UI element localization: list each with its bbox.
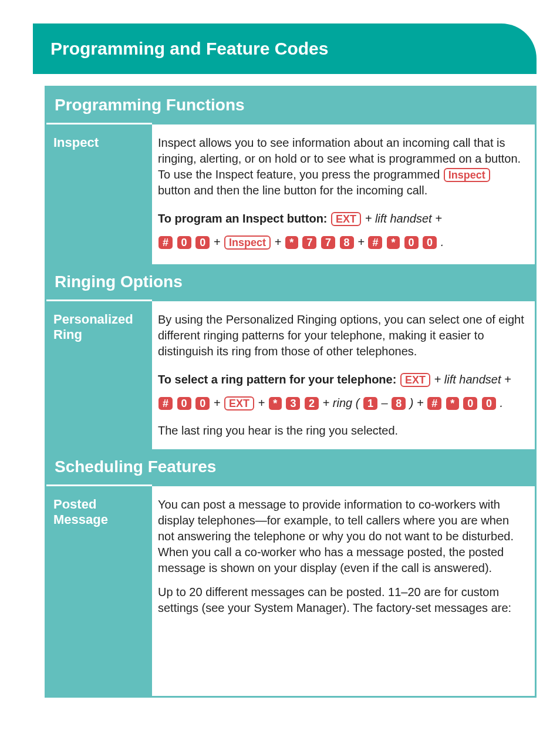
key-hash: # xyxy=(158,236,173,249)
inspect-desc-b: button and then the line button for the … xyxy=(158,184,427,197)
key-8: 8 xyxy=(340,236,354,249)
key-hash: # xyxy=(427,397,441,410)
row-posted-message: Posted Message You can post a message to… xyxy=(46,484,535,696)
plus: + xyxy=(323,396,333,409)
key-star: * xyxy=(446,397,459,410)
pers-desc: By using the Personalized Ringing option… xyxy=(158,312,527,359)
key-0: 0 xyxy=(404,236,419,249)
key-0: 0 xyxy=(177,236,191,249)
key-8: 8 xyxy=(392,397,406,410)
label-line2: Message xyxy=(53,512,108,527)
label-personalized-ring: Personalized Ring xyxy=(46,300,152,449)
plus: + xyxy=(214,235,224,248)
plus: + xyxy=(357,235,367,248)
ring-open: ring ( xyxy=(333,396,360,409)
key-hash: # xyxy=(158,397,173,410)
content-inspect: Inspect allows you to see information ab… xyxy=(152,123,535,264)
section-programming-functions: Programming Functions xyxy=(46,88,535,123)
key-star: * xyxy=(387,236,400,249)
plus: + xyxy=(434,373,444,386)
key-2: 2 xyxy=(305,397,319,410)
plus: + xyxy=(258,396,268,409)
inspect-inline-key: Inspect xyxy=(444,168,490,182)
page-title: Programming and Feature Codes xyxy=(33,23,537,74)
pers-lead: To select a ring pattern for your teleph… xyxy=(158,373,396,386)
key-ext: EXT xyxy=(224,396,254,410)
key-0: 0 xyxy=(195,236,210,249)
key-7: 7 xyxy=(302,236,316,249)
section-scheduling-features: Scheduling Features xyxy=(46,449,535,484)
label-line1: Personalized xyxy=(53,312,133,327)
key-0: 0 xyxy=(195,397,210,410)
content-personalized-ring: By using the Personalized Ringing option… xyxy=(152,300,535,449)
plus: + xyxy=(214,396,224,409)
key-0: 0 xyxy=(423,236,437,249)
key-star: * xyxy=(269,397,282,410)
period: . xyxy=(441,235,444,248)
label-inspect: Inspect xyxy=(46,123,152,264)
plus: + xyxy=(275,235,285,248)
key-ext: EXT xyxy=(400,373,430,387)
inspect-lead: To program an Inspect button: xyxy=(158,212,328,225)
plus: + xyxy=(435,212,442,225)
key-ext: EXT xyxy=(331,212,361,226)
lift-handset: lift handset xyxy=(375,212,432,225)
posted-p1: You can post a message to provide inform… xyxy=(158,497,527,576)
key-0: 0 xyxy=(482,397,496,410)
posted-p2: Up to 20 different messages can be poste… xyxy=(158,584,527,616)
section-ringing-options: Ringing Options xyxy=(46,264,535,300)
plus: + xyxy=(365,212,375,225)
key-1: 1 xyxy=(363,397,377,410)
ring-close: ) + xyxy=(410,396,427,409)
label-line2: Ring xyxy=(53,327,82,342)
row-inspect: Inspect Inspect allows you to see inform… xyxy=(46,123,535,264)
key-3: 3 xyxy=(286,397,300,410)
key-star: * xyxy=(285,236,298,249)
row-personalized-ring: Personalized Ring By using the Personali… xyxy=(46,300,535,449)
label-line1: Posted xyxy=(53,497,96,512)
key-7: 7 xyxy=(321,236,335,249)
dash: – xyxy=(382,396,392,409)
plus: + xyxy=(504,373,511,386)
key-0: 0 xyxy=(463,397,477,410)
content-box: Programming Functions Inspect Inspect al… xyxy=(45,86,537,698)
key-hash: # xyxy=(368,236,382,249)
pers-note: The last ring you hear is the ring you s… xyxy=(158,423,527,439)
key-0: 0 xyxy=(177,397,191,410)
period: . xyxy=(500,396,504,409)
key-inspect: Inspect xyxy=(224,235,271,250)
label-posted-message: Posted Message xyxy=(46,484,152,696)
content-posted-message: You can post a message to provide inform… xyxy=(152,484,535,696)
lift-handset: lift handset xyxy=(444,373,501,386)
